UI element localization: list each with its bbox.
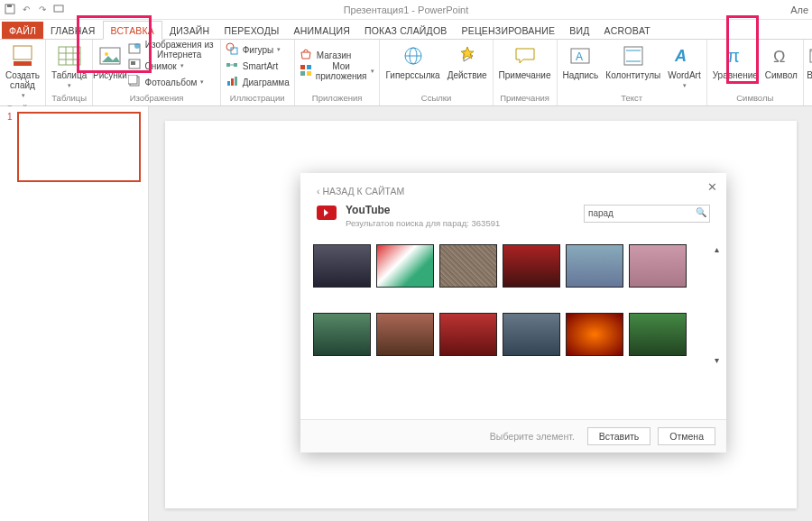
svg-rect-29 — [307, 71, 311, 76]
svg-rect-2 — [54, 5, 63, 12]
video-result[interactable] — [503, 244, 560, 288]
video-result[interactable] — [439, 313, 497, 356]
action-label: Действие — [448, 70, 487, 80]
video-results: ▴ — [300, 239, 726, 419]
redo-icon[interactable]: ↷ — [36, 3, 49, 15]
action-button[interactable]: Действие — [445, 41, 490, 82]
textbox-button[interactable]: A Надпись — [560, 41, 602, 82]
dialog-results-count: Результатов поиска для парад: 363591 — [346, 218, 500, 228]
comment-label: Примечание — [499, 70, 551, 80]
video-result[interactable] — [376, 313, 434, 356]
video-result[interactable] — [376, 244, 434, 288]
online-pictures-button[interactable]: Изображения из Интернета — [126, 41, 217, 58]
tab-animation[interactable]: АНИМАЦИЯ — [287, 22, 357, 39]
group-tables: Таблица▾ Таблицы — [46, 40, 93, 105]
action-icon — [455, 43, 480, 69]
video-result[interactable] — [566, 244, 623, 288]
tab-view[interactable]: ВИД — [562, 22, 596, 39]
video-result[interactable] — [313, 244, 371, 288]
table-icon — [57, 43, 82, 69]
smartart-button[interactable]: SmartArt — [224, 58, 291, 74]
video-result[interactable] — [566, 313, 623, 356]
video-button[interactable]: Видео▾ — [807, 41, 812, 91]
undo-icon[interactable]: ↶ — [20, 3, 32, 15]
photo-album-label: Фотоальбом — [145, 78, 198, 87]
chart-label: Диаграмма — [243, 78, 290, 87]
video-result[interactable] — [629, 244, 687, 288]
video-result[interactable] — [503, 313, 560, 356]
tab-design[interactable]: ДИЗАЙН — [162, 22, 217, 39]
slide-canvas-area: ✕ ‹ НАЗАД К САЙТАМ YouTube Результатов п… — [149, 106, 812, 521]
group-symbols: π Уравнение Ω Символ Символы — [707, 40, 804, 105]
table-button[interactable]: Таблица▾ — [49, 41, 89, 91]
new-slide-button[interactable]: Создать слайд▾ — [3, 41, 42, 101]
comment-button[interactable]: Примечание — [496, 41, 554, 82]
group-links-label: Ссылки — [383, 91, 489, 105]
slide[interactable]: ✕ ‹ НАЗАД К САЙТАМ YouTube Результатов п… — [165, 121, 797, 508]
new-slide-label: Создать слайд — [5, 70, 40, 90]
svg-rect-3 — [14, 46, 32, 59]
svg-rect-25 — [235, 77, 237, 86]
slide-thumbnails-panel: 1 — [0, 106, 149, 521]
equation-button[interactable]: π Уравнение — [710, 41, 761, 82]
shapes-icon — [226, 42, 240, 57]
video-result[interactable] — [629, 313, 687, 356]
video-result[interactable] — [439, 244, 497, 288]
myapps-button[interactable]: Мои приложения▾ — [298, 63, 377, 79]
shapes-label: Фигуры — [243, 45, 273, 55]
start-slideshow-icon[interactable] — [52, 3, 65, 15]
hyperlink-button[interactable]: Гиперссылка — [383, 41, 442, 82]
shapes-button[interactable]: Фигуры▾ — [224, 41, 291, 58]
group-slides: Создать слайд▾ Слайды — [0, 40, 46, 105]
search-icon[interactable]: 🔍 — [696, 207, 706, 217]
group-illustrations: Фигуры▾ SmartArt Диаграмма Иллюстрации — [221, 40, 295, 105]
svg-rect-1 — [7, 5, 12, 7]
group-illustrations-label: Иллюстрации — [224, 91, 291, 105]
tab-insert[interactable]: ВСТАВКА — [103, 21, 162, 40]
pictures-label: Рисунки — [93, 70, 127, 80]
myapps-icon — [300, 64, 312, 78]
tab-slideshow[interactable]: ПОКАЗ СЛАЙДОВ — [357, 22, 455, 39]
group-comments-label: Примечания — [496, 91, 554, 105]
svg-point-11 — [105, 52, 108, 56]
tab-file[interactable]: ФАЙЛ — [2, 22, 43, 39]
dialog-back-link[interactable]: ‹ НАЗАД К САЙТАМ — [300, 173, 726, 202]
insert-button[interactable]: Вставить — [587, 427, 651, 445]
wordart-button[interactable]: A WordArt▾ — [665, 41, 704, 91]
user-label: Але — [790, 5, 808, 15]
tab-transitions[interactable]: ПЕРЕХОДЫ — [217, 22, 286, 39]
tab-acrobat[interactable]: ACROBAT — [597, 22, 658, 39]
hyperlink-label: Гиперссылка — [385, 70, 439, 80]
svg-rect-23 — [227, 81, 230, 86]
chart-button[interactable]: Диаграмма — [224, 74, 291, 90]
pictures-icon — [97, 43, 123, 69]
dialog-close-button[interactable]: ✕ — [707, 180, 717, 194]
header-footer-button[interactable]: Колонтитулы — [603, 41, 663, 82]
video-icon — [807, 43, 812, 69]
svg-rect-20 — [226, 63, 230, 67]
scroll-up-button[interactable]: ▴ — [715, 244, 719, 254]
video-result[interactable] — [313, 313, 371, 356]
equation-label: Уравнение — [713, 70, 758, 80]
pictures-button[interactable]: Рисунки — [96, 41, 124, 82]
symbol-icon: Ω — [769, 43, 794, 69]
svg-rect-26 — [300, 65, 305, 69]
comment-icon — [512, 43, 538, 69]
cancel-button[interactable]: Отмена — [658, 427, 715, 445]
screenshot-label: Снимок — [145, 61, 177, 71]
tab-home[interactable]: ГЛАВНАЯ — [43, 22, 103, 39]
save-icon[interactable] — [4, 3, 16, 15]
tab-review[interactable]: РЕЦЕНЗИРОВАНИЕ — [455, 22, 563, 39]
video-search-input[interactable] — [584, 205, 710, 223]
online-pictures-label: Изображения из Интернета — [143, 40, 216, 59]
photo-album-button[interactable]: Фотоальбом▾ — [126, 74, 217, 90]
store-label: Магазин — [317, 50, 352, 60]
slide-thumbnail-1[interactable] — [17, 112, 141, 182]
scroll-down-button[interactable]: ▾ — [715, 355, 719, 365]
myapps-label: Мои приложения — [315, 61, 368, 81]
screenshot-button[interactable]: Снимок▾ — [126, 58, 217, 74]
dialog-hint: Выберите элемент. — [490, 431, 575, 442]
equation-icon: π — [723, 43, 748, 69]
insert-video-dialog: ✕ ‹ НАЗАД К САЙТАМ YouTube Результатов п… — [300, 173, 726, 452]
symbol-button[interactable]: Ω Символ — [762, 41, 800, 82]
